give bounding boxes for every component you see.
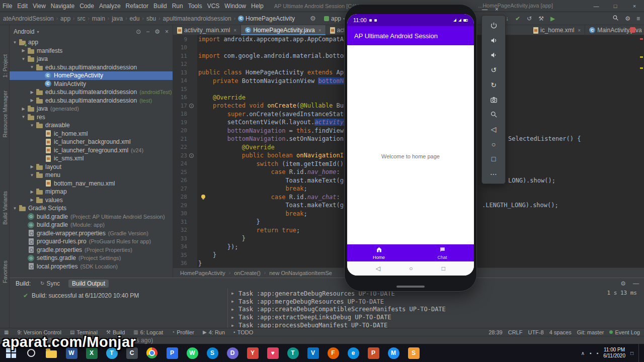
tree-item-mipmap[interactable]: ▶mipmap bbox=[10, 188, 173, 196]
tree-item-settings-gradle-project-settings[interactable]: Gsettings.gradle(Project Settings) bbox=[10, 254, 173, 262]
tree-item-ic-sms-xml[interactable]: ic_sms.xml bbox=[10, 154, 173, 163]
menu-refactor[interactable]: Refactor bbox=[123, 3, 151, 10]
taskbar-discord[interactable]: D bbox=[222, 344, 243, 362]
android-back-button[interactable]: ◁ bbox=[376, 265, 380, 272]
override-icon[interactable]: ↑ bbox=[189, 104, 194, 108]
menu-analyze[interactable]: Analyze bbox=[97, 3, 123, 10]
expand-icon[interactable]: ▶ bbox=[231, 323, 235, 328]
taskbar-chrome[interactable] bbox=[142, 344, 162, 362]
close-tab-icon[interactable]: × bbox=[578, 28, 581, 33]
console-line[interactable]: ▶Task :app:createDebugCompatibleScreenMa… bbox=[231, 306, 639, 314]
expand-icon[interactable]: ▶ bbox=[231, 315, 235, 320]
editor-breadcrumb-item[interactable]: new OnNavigationItemSe bbox=[269, 270, 332, 276]
breadcrumb-item-homepageactivity[interactable]: CHomePageActivity bbox=[237, 15, 296, 22]
taskbar-skype[interactable]: S bbox=[202, 344, 222, 362]
menu-code[interactable]: Code bbox=[77, 3, 97, 10]
tree-item-manifests[interactable]: ▶manifests bbox=[10, 47, 173, 55]
breadcrumb-item-ateandroidsession[interactable]: ateAndroidSession bbox=[2, 15, 55, 22]
collapse-all-icon[interactable]: − bbox=[146, 28, 149, 35]
update-icon[interactable]: ↓ bbox=[506, 15, 509, 22]
tree-item-build-gradle-project-ap-ultimate-android-session[interactable]: Gbuild.gradle(Project: AP Ultimate Andro… bbox=[10, 213, 173, 221]
tool-button-resource-manager[interactable]: Resource Manager bbox=[0, 90, 10, 138]
status-item-6-logcat[interactable]: ▥6: Logcat bbox=[133, 329, 163, 335]
taskbar-firefox[interactable]: F bbox=[323, 344, 343, 362]
intention-bulb-icon[interactable] bbox=[201, 195, 205, 199]
search-icon[interactable] bbox=[612, 15, 619, 23]
close-tab-icon[interactable]: × bbox=[233, 28, 236, 33]
emulator-volume-down-icon[interactable] bbox=[489, 50, 499, 60]
emulator-overview-icon[interactable]: □ bbox=[489, 154, 499, 164]
tray-network-icon[interactable]: ▪ bbox=[590, 350, 592, 356]
emulator-rotate-right-icon[interactable]: ↻ bbox=[489, 80, 499, 90]
status-item-4-run[interactable]: ▶4: Run bbox=[203, 329, 225, 335]
taskbar-teal-app[interactable]: T bbox=[283, 344, 303, 362]
close-tab-icon[interactable]: × bbox=[318, 28, 321, 33]
taskbar-messenger[interactable]: M bbox=[383, 344, 404, 362]
notification-center-icon[interactable]: □ bbox=[630, 350, 633, 356]
menu-tools[interactable]: Tools bbox=[186, 3, 205, 10]
menu-navigate[interactable]: Navigate bbox=[48, 3, 77, 10]
tree-item-app[interactable]: ▼app bbox=[10, 38, 173, 47]
android-overview-button[interactable]: □ bbox=[442, 265, 445, 272]
breadcrumb-item-src[interactable]: src bbox=[76, 15, 86, 22]
tree-item-layout[interactable]: ▶layout bbox=[10, 163, 173, 171]
project-view-selector[interactable]: Android bbox=[14, 28, 34, 35]
settings-icon[interactable]: ⚙ bbox=[625, 15, 630, 22]
commit-icon[interactable]: ✔ bbox=[515, 15, 520, 22]
tree-item-local-properties-sdk-location[interactable]: local.properties(SDK Location) bbox=[10, 262, 173, 271]
tree-item-homepageactivity[interactable]: CHomePageActivity bbox=[10, 71, 173, 80]
status-item-utf-8[interactable]: UTF-8 bbox=[528, 329, 543, 335]
menu-view[interactable]: View bbox=[30, 3, 48, 10]
tree-item-java[interactable]: ▼java bbox=[10, 55, 173, 63]
breadcrumb-item-sbu[interactable]: sbu bbox=[145, 15, 157, 22]
editor-breadcrumb-item[interactable]: onCreate() bbox=[234, 270, 261, 276]
breadcrumb-item-java[interactable]: java bbox=[111, 15, 124, 22]
tool-button-1-project[interactable]: 1: Project bbox=[0, 54, 10, 77]
console-line[interactable]: ▶Task :app:processDebugManifest UP-TO-DA… bbox=[231, 321, 639, 328]
run-configuration-select[interactable]: app ▾ bbox=[324, 14, 345, 24]
emulator-home-icon[interactable]: ○ bbox=[489, 139, 499, 149]
tree-item-ic-launcher-foreground-xml-v24[interactable]: ic_launcher_foreground.xml(v24) bbox=[10, 146, 173, 155]
tool-button-favorites[interactable]: Favorites bbox=[0, 260, 10, 283]
phone-nav-chat[interactable]: Chat bbox=[411, 244, 474, 261]
taskbar-whatsapp[interactable]: W bbox=[182, 344, 202, 362]
status-item-crlf[interactable]: CRLF bbox=[508, 329, 523, 335]
show-desktop-button[interactable] bbox=[638, 344, 641, 362]
phone-nav-home[interactable]: Home bbox=[347, 244, 411, 261]
expand-icon[interactable]: ▶ bbox=[231, 307, 235, 312]
rollback-icon[interactable]: ↺ bbox=[527, 15, 532, 22]
locate-file-icon[interactable]: ⊙ bbox=[136, 28, 141, 35]
tree-item-menu[interactable]: ▼menu bbox=[10, 171, 173, 179]
console-line[interactable]: ▶Task :app:extractDeepLinksDebug UP-TO-D… bbox=[231, 313, 639, 321]
editor-tab-homepageactivity-java[interactable]: CHomePageActivity.java× bbox=[241, 25, 326, 35]
editor-tab-activity-main-xml[interactable]: activity_main.xml× bbox=[173, 25, 241, 35]
tree-item-java-generated[interactable]: ▶java(generated) bbox=[10, 105, 173, 113]
taskbar-photos[interactable]: P bbox=[162, 344, 182, 362]
status-item-event-log[interactable]: Event Log bbox=[609, 329, 640, 335]
phone-screen[interactable]: 11:00 AP Ultimate Android Session Welcom… bbox=[347, 14, 474, 276]
taskbar-edge[interactable]: e bbox=[343, 344, 363, 362]
tree-item-proguard-rules-pro-proguard-rules-for-app[interactable]: proguard-rules.pro(ProGuard Rules for ap… bbox=[10, 237, 173, 246]
breadcrumb-item-main[interactable]: main bbox=[91, 15, 106, 22]
menu-edit[interactable]: Edit bbox=[15, 3, 30, 10]
android-home-button[interactable]: ○ bbox=[409, 265, 413, 272]
tray-expand-icon[interactable]: ∧ bbox=[581, 350, 585, 356]
expand-icon[interactable]: ▶ bbox=[231, 299, 235, 304]
status-item-4-spaces[interactable]: 4 spaces bbox=[549, 329, 572, 335]
tree-item-gradle-wrapper-properties-gradle-version[interactable]: gradle-wrapper.properties(Gradle Version… bbox=[10, 229, 173, 238]
emulator-rotate-left-icon[interactable]: ↺ bbox=[489, 65, 499, 75]
emulator-more-icon[interactable]: ⋯ bbox=[489, 169, 499, 179]
breadcrumb-item-app[interactable]: app bbox=[59, 15, 71, 22]
status-item-profiler[interactable]: ◔Profiler bbox=[172, 329, 194, 335]
settings-icon[interactable]: ⚙ bbox=[620, 280, 626, 287]
build-tab-build-output[interactable]: Build Output bbox=[68, 280, 109, 288]
console-line[interactable]: ▶Task :app:mergeDebugResources UP-TO-DAT… bbox=[231, 298, 639, 306]
emulator-back-icon[interactable]: ◁ bbox=[489, 124, 499, 134]
run-icon[interactable]: ▶ bbox=[550, 15, 555, 22]
override-icon[interactable]: ↑ bbox=[189, 153, 194, 158]
menu-file[interactable]: File bbox=[0, 3, 15, 10]
status-item-todo[interactable]: ▪TODO bbox=[233, 329, 253, 335]
emulator-close-button[interactable]: × bbox=[495, 6, 498, 12]
settings-icon[interactable]: ⚙ bbox=[154, 28, 160, 35]
taskbar-sublime[interactable]: S bbox=[404, 344, 424, 362]
